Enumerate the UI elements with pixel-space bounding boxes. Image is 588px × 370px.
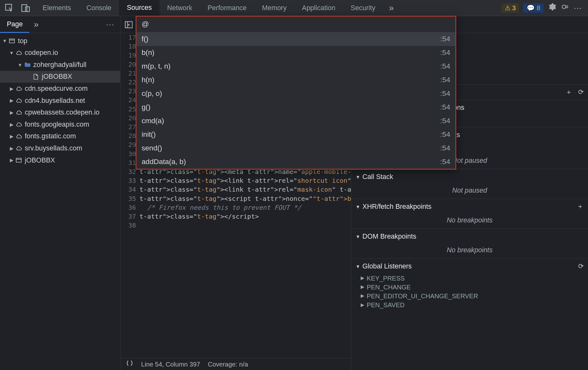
disclosure-triangle-icon[interactable] xyxy=(9,134,15,139)
tree-item[interactable]: codepen.io xyxy=(0,47,120,59)
tree-item[interactable]: cdn4.buysellads.net xyxy=(0,95,120,107)
autocomplete-label: b(n) xyxy=(142,49,155,57)
debug-section-header[interactable]: ▼XHR/fetch Breakpoints＋ xyxy=(351,199,588,214)
sidebar-kebab-icon[interactable]: ⋯ xyxy=(100,19,120,30)
disclosure-triangle-icon[interactable] xyxy=(9,50,15,55)
debug-section-header[interactable]: ▼DOM Breakpoints xyxy=(351,228,588,244)
top-tab-sources[interactable]: Sources xyxy=(119,0,159,16)
debug-section-header[interactable]: ▼Call Stack xyxy=(351,169,588,184)
autocomplete-item[interactable]: addData(a, b):54 xyxy=(137,155,456,169)
autocomplete-location: :54 xyxy=(440,158,450,166)
top-tabs: ElementsConsoleSourcesNetworkPerformance… xyxy=(35,0,383,16)
window-icon xyxy=(8,37,16,44)
settings-gear-icon[interactable] xyxy=(548,3,557,13)
svg-rect-5 xyxy=(10,39,15,43)
autocomplete-label: addData(a, b) xyxy=(142,158,186,166)
tree-item[interactable]: fonts.gstatic.com xyxy=(0,130,120,142)
topbar-left-icons xyxy=(0,3,35,13)
autocomplete-item[interactable]: cmd(a):54 xyxy=(137,114,456,128)
listener-item[interactable]: ▶PEN_EDITOR_UI_CHANGE_SERVER xyxy=(351,292,588,301)
file-tree[interactable]: topcodepen.iozoherghadyali/fulljOBOBBXcd… xyxy=(0,33,120,370)
autocomplete-location: :54 xyxy=(440,62,450,71)
disclosure-triangle-icon[interactable]: ▶ xyxy=(361,284,367,290)
autocomplete-label: init() xyxy=(142,130,156,139)
listener-item[interactable]: ▶KEY_PRESS xyxy=(351,274,588,282)
top-tab-console[interactable]: Console xyxy=(79,0,119,16)
add-icon[interactable]: ＋ xyxy=(577,202,584,211)
top-tab-network[interactable]: Network xyxy=(159,0,200,16)
section-title: Global Listeners xyxy=(363,262,412,270)
add-icon[interactable]: ＋ xyxy=(565,88,572,97)
autocomplete-item[interactable]: c(p, o):54 xyxy=(137,87,456,101)
disclosure-triangle-icon[interactable]: ▼ xyxy=(356,204,362,209)
sidebar-tab-page[interactable]: Page xyxy=(0,16,30,33)
disclosure-triangle-icon[interactable]: ▼ xyxy=(356,174,362,179)
tree-item-label: cdn4.buysellads.net xyxy=(25,97,85,104)
svg-point-4 xyxy=(566,6,568,8)
autocomplete-item[interactable]: init():54 xyxy=(137,128,456,142)
autocomplete-location: :54 xyxy=(440,103,450,112)
toggle-navigator-icon[interactable] xyxy=(124,20,134,29)
section-body-text: No breakpoints xyxy=(351,244,588,258)
device-toggle-icon[interactable] xyxy=(20,3,30,13)
tree-item-label: zoherghadyali/full xyxy=(33,61,86,69)
disclosure-triangle-icon[interactable]: ▶ xyxy=(361,302,367,307)
disclosure-triangle-icon[interactable] xyxy=(9,122,15,127)
autocomplete-location: :54 xyxy=(440,144,450,153)
sidebar-more-icon[interactable]: » xyxy=(30,20,43,30)
disclosure-triangle-icon[interactable]: ▼ xyxy=(356,234,362,239)
warnings-badge[interactable]: ⚠ 3 xyxy=(501,3,519,13)
disclosure-triangle-icon[interactable] xyxy=(9,98,15,103)
listener-item[interactable]: ▶PEN_SAVED xyxy=(351,301,588,309)
tree-item[interactable]: cdn.speedcurve.com xyxy=(0,83,120,95)
top-tab-application[interactable]: Application xyxy=(294,0,343,16)
disclosure-triangle-icon[interactable] xyxy=(9,86,15,91)
disclosure-triangle-icon[interactable]: ▶ xyxy=(361,293,367,299)
tree-item[interactable]: fonts.googleapis.com xyxy=(0,118,120,130)
debug-section-header[interactable]: ▼Global Listeners⟳ xyxy=(351,258,588,274)
autocomplete-item[interactable]: b(n):54 xyxy=(137,46,456,60)
top-tab-elements[interactable]: Elements xyxy=(35,0,79,16)
tree-item[interactable]: jOBOBBX xyxy=(0,71,120,83)
autocomplete-item[interactable]: send():54 xyxy=(137,142,456,155)
disclosure-triangle-icon[interactable] xyxy=(9,110,15,115)
refresh-icon[interactable]: ⟳ xyxy=(578,88,584,97)
kebab-menu-icon[interactable]: ⋯ xyxy=(573,3,582,13)
warn-count: 3 xyxy=(512,4,516,11)
disclosure-triangle-icon[interactable] xyxy=(9,146,15,151)
cloud-icon xyxy=(15,133,23,140)
tree-item[interactable]: top xyxy=(0,35,120,47)
whatsnew-icon[interactable] xyxy=(561,3,569,13)
top-tab-security[interactable]: Security xyxy=(343,0,383,16)
disclosure-triangle-icon[interactable] xyxy=(2,38,8,43)
cloud-icon xyxy=(15,109,23,116)
status-position: Line 54, Column 397 xyxy=(141,360,200,368)
refresh-icon[interactable]: ⟳ xyxy=(578,262,584,270)
autocomplete-item[interactable]: m(p, t, n):54 xyxy=(137,60,456,73)
tree-item[interactable]: zoherghadyali/full xyxy=(0,59,120,71)
editor-statusbar: Line 54, Column 397 Coverage: n/a xyxy=(121,358,351,370)
tree-item[interactable]: jOBOBBX xyxy=(0,154,120,166)
autocomplete-item[interactable]: g():54 xyxy=(137,101,456,114)
tree-item-label: jOBOBBX xyxy=(25,156,55,164)
tree-item-label: fonts.gstatic.com xyxy=(25,133,76,140)
autocomplete-item[interactable]: f():54 xyxy=(137,32,456,46)
top-tab-performance[interactable]: Performance xyxy=(200,0,254,16)
top-tab-memory[interactable]: Memory xyxy=(254,0,294,16)
status-coverage: Coverage: n/a xyxy=(208,360,248,368)
inspect-icon[interactable] xyxy=(4,3,14,13)
disclosure-triangle-icon[interactable] xyxy=(17,62,23,67)
autocomplete-item[interactable]: h(n):54 xyxy=(137,73,456,87)
pretty-print-icon[interactable] xyxy=(126,360,133,368)
disclosure-triangle-icon[interactable]: ▶ xyxy=(361,275,367,281)
more-tabs-icon[interactable]: » xyxy=(383,3,400,13)
info-badge[interactable]: 💬 8 xyxy=(524,3,544,13)
disclosure-triangle-icon[interactable]: ▼ xyxy=(356,264,362,269)
disclosure-triangle-icon[interactable] xyxy=(9,157,15,163)
autocomplete-label: cmd(a) xyxy=(142,117,164,125)
tree-item-label: codepen.io xyxy=(25,49,58,56)
tree-item[interactable]: srv.buysellads.com xyxy=(0,142,120,155)
tree-item[interactable]: cpwebassets.codepen.io xyxy=(0,107,120,119)
goto-function-input[interactable]: @ xyxy=(137,17,456,32)
listener-item[interactable]: ▶PEN_CHANGE xyxy=(351,282,588,291)
